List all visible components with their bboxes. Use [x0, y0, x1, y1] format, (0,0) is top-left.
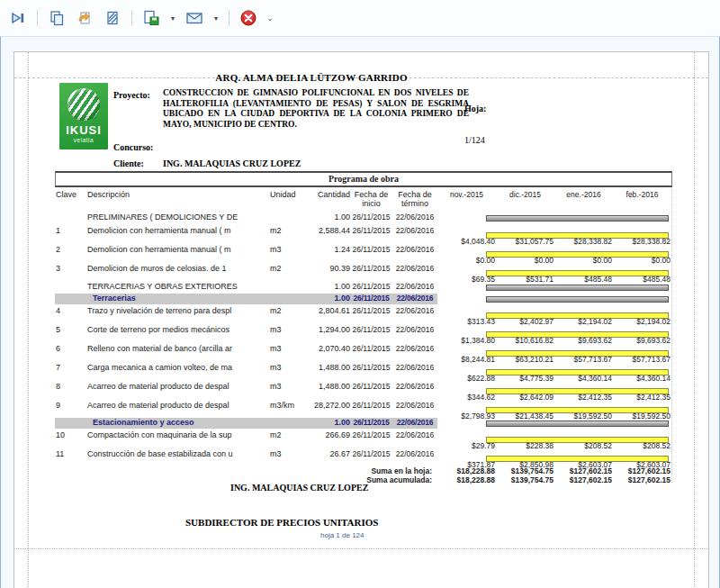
design-mode-icon[interactable] — [102, 7, 123, 29]
cell-fecha-termino: 22/06/2016 — [392, 418, 437, 429]
email-dropdown-icon[interactable]: ▾ — [212, 14, 220, 23]
cell-clave: 8 — [55, 382, 84, 399]
cell-fecha-inicio: 26/11/2015 — [350, 430, 392, 448]
row-left-cells: Terracerias1.0026/11/201522/06/2016 — [55, 294, 437, 304]
export-icon[interactable] — [140, 7, 162, 29]
suma-acumulada-values: $18,228.88$139,754.75$127,602.15$127,602… — [437, 475, 671, 484]
table-row: 11Construcción de base estabilizada con … — [55, 448, 672, 466]
cell-unidad: m2 — [268, 306, 301, 323]
cell-unidad: m2 — [268, 226, 301, 243]
report-page: IKUSI velatia ARQ. ALMA DELIA LÜTZOW GAR… — [14, 51, 709, 588]
cell-unidad: m3 — [268, 363, 301, 380]
margin-guide-bottom — [14, 548, 708, 549]
cell-descripcion: Demolicion con herramienta manual ( m — [84, 245, 268, 262]
cell-unidad: m2 — [268, 430, 301, 448]
gantt-bar — [486, 215, 669, 222]
cell-fecha-termino: 22/06/2016 — [392, 282, 437, 294]
gantt-area — [437, 418, 671, 429]
cell-cantidad: 1.00 — [301, 282, 350, 294]
cell-clave — [55, 418, 84, 429]
margin-guide-right — [694, 52, 695, 588]
cell-descripcion: TERRACERIAS Y OBRAS EXTERIORES — [84, 282, 268, 294]
signer-name: ING. MALAQUIAS CRUZ LOPEZ — [230, 483, 368, 493]
cell-cantidad: 28,272.00 — [301, 401, 350, 418]
cell-clave: 3 — [55, 264, 84, 281]
total-value: $127,602.15 — [554, 475, 613, 484]
cell-descripcion: Carga mecanica a camion volteo, de ma — [84, 363, 268, 380]
cell-clave: 6 — [55, 344, 84, 361]
cell-fecha-inicio: 26/11/2015 — [350, 449, 392, 466]
signer-role: SUBDIRECTOR DE PRECIOS UNITARIOS — [185, 517, 378, 528]
cell-descripcion: Acarreo de material producto de despal — [84, 382, 268, 399]
row-left-cells: 8Acarreo de material producto de despalm… — [55, 380, 437, 399]
export-dropdown-icon[interactable]: ▾ — [168, 14, 177, 23]
table-rows: PRELIMINARES ( DEMOLICIONES Y DE1.0026/1… — [55, 212, 672, 466]
cell-cantidad: 2,804.61 — [301, 306, 350, 323]
architect-title: ARQ. ALMA DELIA LÜTZOW GARRIDO — [113, 72, 509, 83]
cell-descripcion: Demolicion con herramienta manual ( m — [84, 226, 268, 243]
close-dropdown-icon[interactable]: ⌄ — [266, 14, 274, 23]
gantt-area — [437, 281, 671, 294]
preview-area[interactable]: IKUSI velatia ARQ. ALMA DELIA LÜTZOW GAR… — [0, 36, 720, 588]
cell-fecha-inicio: 26/11/2015 — [350, 282, 392, 294]
total-value: $127,602.15 — [613, 475, 671, 484]
table-row: Estacionamiento y acceso1.0026/11/201522… — [55, 418, 672, 429]
month-value: $371.87 — [437, 460, 496, 469]
cell-descripcion: Trazo y nivelación de terreno para despl — [84, 306, 268, 323]
cell-descripcion: Demolicion de muros de celosias. de 1 — [84, 264, 268, 281]
row-left-cells: 11Construcción de base estabilizada con … — [55, 448, 437, 466]
close-icon[interactable] — [238, 7, 259, 29]
total-value: $139,754.75 — [496, 475, 554, 484]
cell-fecha-inicio: 26/11/2015 — [350, 264, 392, 281]
page-counter: hoja 1 de 124 — [320, 531, 364, 539]
cell-clave: 2 — [55, 245, 84, 262]
cell-fecha-termino: 22/06/2016 — [392, 213, 437, 224]
cell-unidad: m2 — [268, 264, 301, 281]
cliente-value: ING. MALAQUIAS CRUZ LOPEZ — [163, 158, 301, 168]
email-icon[interactable] — [184, 7, 205, 29]
total-value: $18,228.88 — [437, 475, 496, 484]
cell-unidad: m3 — [268, 382, 301, 399]
refresh-icon[interactable] — [74, 7, 95, 29]
cell-descripcion: Construcción de base estabilizada con u — [84, 449, 268, 466]
cell-descripcion: Estacionamiento y acceso — [84, 418, 268, 429]
table-row: 2Demolicion con herramienta manual ( mm3… — [55, 243, 672, 262]
print-setup-icon[interactable] — [46, 7, 68, 29]
gantt-area: $29.79$228.38$208.52$208.52 — [437, 429, 671, 448]
toolbar-separator — [37, 10, 38, 26]
gantt-area: $1,384.80$10,616.82$9,693.62$9,693.62 — [437, 323, 671, 342]
gantt-area: $371.87$2,850.98$2,603.07$2,603.07 — [437, 448, 671, 466]
navigate-page-icon[interactable] — [7, 7, 29, 29]
cell-cantidad: 1.00 — [301, 213, 350, 224]
gantt-area — [437, 294, 671, 304]
gantt-area: $313.43$2,402.97$2,194.02$2,194.02 — [437, 304, 671, 323]
cell-cantidad: 266.69 — [301, 430, 350, 448]
hoja-label: Hoja: — [464, 104, 486, 113]
cell-fecha-inicio: 26/11/2015 — [350, 418, 392, 429]
cell-descripcion: Acarreo de material producto de despal — [84, 401, 268, 418]
month-values: $371.87$2,850.98$2,603.07$2,603.07 — [437, 460, 671, 469]
row-left-cells: 10Compactación con maquinaria de la supm… — [55, 429, 437, 448]
cell-fecha-termino: 22/06/2016 — [392, 325, 437, 342]
cell-fecha-termino: 22/06/2016 — [392, 306, 437, 323]
cell-cantidad: 1,488.00 — [301, 363, 350, 380]
gantt-bar — [486, 296, 669, 303]
cell-cantidad: 2,070.40 — [301, 344, 350, 361]
cell-fecha-termino: 22/06/2016 — [392, 344, 437, 361]
gantt-area: $2,798.93$21,438.45$19,592.50$19,592.50 — [437, 399, 671, 418]
month-headers: nov.-2015dic.-2015ene.-2016feb.-2016 — [437, 190, 671, 212]
table-row: TERRACERIAS Y OBRAS EXTERIORES1.0026/11/… — [55, 281, 672, 294]
row-left-cells: 5Corte de terreno por medios mecánicosm3… — [55, 323, 437, 342]
cell-unidad: m3/km — [268, 401, 301, 418]
programa-de-obra-table: Programa de obra Clave Descripción Unida… — [55, 171, 672, 484]
cell-fecha-inicio: 26/11/2015 — [350, 401, 392, 418]
month-header: dic.-2015 — [496, 190, 554, 212]
table-row: 8Acarreo de material producto de despalm… — [55, 380, 672, 399]
cell-fecha-inicio: 26/11/2015 — [350, 226, 392, 243]
gantt-area: $344.62$2,642.09$2,412.35$2,412.35 — [437, 380, 671, 399]
month-header: nov.-2015 — [437, 190, 496, 212]
table-row: 1Demolicion con herramienta manual ( mm2… — [55, 224, 672, 243]
header-fecha-termino: Fecha de término — [392, 190, 437, 212]
cell-fecha-inicio: 26/11/2015 — [350, 344, 392, 361]
row-left-cells: PRELIMINARES ( DEMOLICIONES Y DE1.0026/1… — [55, 212, 437, 224]
